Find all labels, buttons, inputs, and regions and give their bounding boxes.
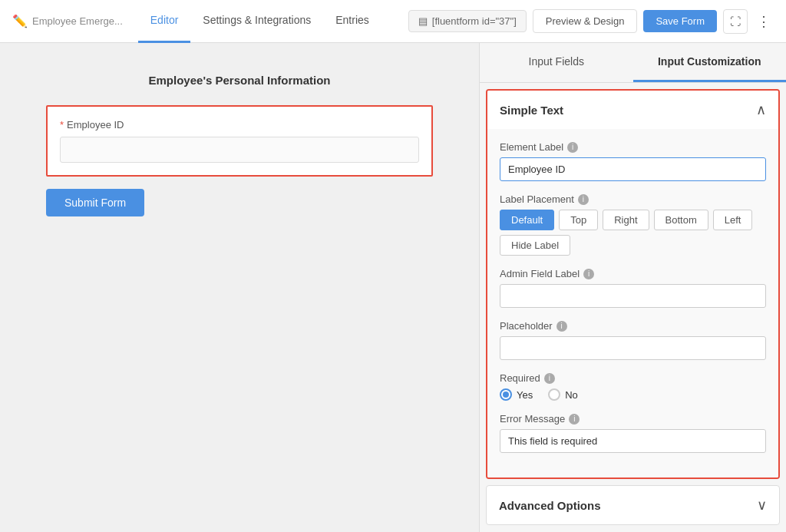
- radio-dot: [503, 392, 509, 398]
- right-panel: Input Fields Input Customization Simple …: [479, 43, 786, 532]
- required-group: Required i Yes No: [500, 372, 766, 401]
- required-radio-group: Yes No: [500, 388, 766, 401]
- fullscreen-button[interactable]: ⛶: [723, 9, 748, 34]
- required-heading: Required i: [500, 372, 766, 384]
- admin-field-label-heading: Admin Field Label i: [500, 268, 766, 279]
- required-no-radio[interactable]: [548, 388, 560, 401]
- required-no-option[interactable]: No: [548, 388, 578, 401]
- placement-buttons: Default Top Right Bottom Left: [500, 210, 766, 256]
- placeholder-group: Placeholder i: [500, 320, 766, 360]
- tab-input-fields[interactable]: Input Fields: [480, 43, 633, 82]
- field-label-row: * Employee ID: [60, 119, 419, 131]
- field-label-text: Employee ID: [67, 119, 124, 131]
- placement-right-button[interactable]: Right: [603, 210, 649, 230]
- nav-tabs: Editor Settings & Integrations Entries: [138, 0, 381, 43]
- preview-design-button[interactable]: Preview & Design: [533, 9, 638, 33]
- form-field-employee-id[interactable]: * Employee ID: [46, 105, 433, 177]
- required-yes-radio[interactable]: [500, 388, 512, 401]
- top-navigation: ✏️ Employee Emerge... Editor Settings & …: [0, 0, 786, 43]
- save-form-button[interactable]: Save Form: [643, 10, 717, 32]
- placement-bottom-button[interactable]: Bottom: [654, 210, 708, 230]
- advanced-options-header[interactable]: Advanced Options ∨: [487, 486, 779, 524]
- panel-tabs: Input Fields Input Customization: [480, 43, 786, 83]
- simple-text-body: Element Label i Label Placement i Defaul…: [487, 129, 778, 477]
- element-label-heading: Element Label i: [500, 141, 766, 153]
- simple-text-title: Simple Text: [500, 104, 563, 117]
- placement-top-button[interactable]: Top: [559, 210, 598, 230]
- placement-default-button[interactable]: Default: [500, 210, 554, 230]
- admin-field-label-input[interactable]: [500, 284, 766, 308]
- simple-text-header[interactable]: Simple Text ∧: [487, 91, 778, 129]
- label-placement-group: Label Placement i Default Top Right: [500, 193, 766, 256]
- form-title: Employee's Personal Information: [46, 74, 433, 87]
- error-message-input[interactable]: [500, 429, 766, 453]
- element-label-input[interactable]: [500, 157, 766, 181]
- label-placement-info-icon[interactable]: i: [578, 194, 589, 205]
- employee-id-input[interactable]: [60, 137, 419, 163]
- error-message-info-icon[interactable]: i: [569, 414, 580, 425]
- edit-icon: ✏️: [12, 14, 28, 28]
- shortcode-icon: ▤: [418, 15, 428, 27]
- placeholder-input[interactable]: [500, 336, 766, 360]
- placeholder-info-icon[interactable]: i: [556, 321, 567, 332]
- placement-left-button[interactable]: Left: [713, 210, 753, 230]
- element-label-info-icon[interactable]: i: [567, 142, 578, 153]
- admin-field-label-info-icon[interactable]: i: [583, 269, 594, 279]
- shortcode-display[interactable]: ▤ [fluentform id="37"]: [408, 10, 527, 32]
- advanced-options-title: Advanced Options: [499, 499, 601, 512]
- brand-link[interactable]: ✏️ Employee Emerge...: [12, 14, 123, 28]
- advanced-options-section: Advanced Options ∨: [486, 485, 780, 525]
- main-layout: Employee's Personal Information * Employ…: [0, 43, 786, 532]
- element-label-group: Element Label i: [500, 141, 766, 181]
- placeholder-heading: Placeholder i: [500, 320, 766, 332]
- brand-label: Employee Emerge...: [32, 15, 123, 27]
- shortcode-value: [fluentform id="37"]: [432, 15, 517, 27]
- required-yes-option[interactable]: Yes: [500, 388, 533, 401]
- required-star: *: [60, 119, 64, 131]
- label-placement-heading: Label Placement i: [500, 193, 766, 205]
- tab-input-customization[interactable]: Input Customization: [633, 43, 787, 82]
- collapse-icon: ∧: [756, 101, 766, 118]
- simple-text-section: Simple Text ∧ Element Label i Label Plac…: [486, 89, 780, 479]
- form-canvas: Employee's Personal Information * Employ…: [0, 43, 479, 532]
- admin-field-label-group: Admin Field Label i: [500, 268, 766, 308]
- required-info-icon[interactable]: i: [544, 373, 555, 384]
- tab-entries[interactable]: Entries: [323, 0, 381, 43]
- error-message-group: Error Message i: [500, 413, 766, 453]
- placement-hide-label-button[interactable]: Hide Label: [500, 235, 570, 256]
- tab-settings[interactable]: Settings & Integrations: [190, 0, 323, 43]
- more-options-button[interactable]: ⋮: [754, 13, 774, 30]
- submit-form-button[interactable]: Submit Form: [46, 189, 144, 216]
- fullscreen-icon: ⛶: [730, 15, 741, 28]
- tab-editor[interactable]: Editor: [138, 0, 191, 43]
- error-message-heading: Error Message i: [500, 413, 766, 425]
- advanced-expand-icon: ∨: [757, 497, 767, 514]
